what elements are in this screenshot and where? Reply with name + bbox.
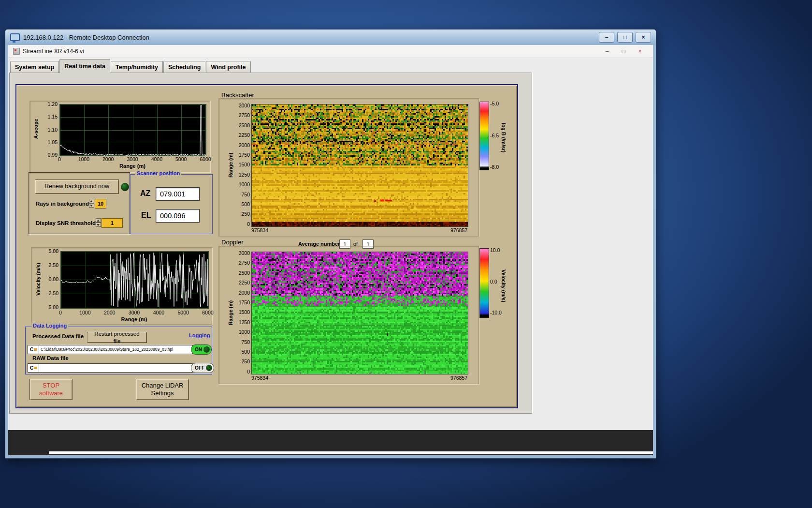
raw-logging-toggle[interactable]: OFF xyxy=(191,363,214,373)
tab-system-setup[interactable]: System setup xyxy=(10,61,59,73)
app-titlebar: StreamLine XR v14-6.vi – □ × xyxy=(8,45,653,58)
processed-drive-selector[interactable]: C xyxy=(28,345,39,354)
raw-data-file-label: RAW Data file xyxy=(32,355,69,361)
rdp-titlebar: 192.168.0.122 - Remote Desktop Connectio… xyxy=(5,30,656,45)
doppler-x-labels: 975834976857 xyxy=(251,375,467,381)
az-label: AZ xyxy=(140,189,150,198)
doppler-y-axis-label: Range (m) xyxy=(228,286,234,339)
tab-temp-humidity[interactable]: Temp/humidity xyxy=(111,61,163,73)
rdp-minimize-button[interactable]: – xyxy=(599,32,614,43)
tab-strip: System setup Real time data Temp/humidit… xyxy=(9,58,533,73)
backscatter-colorbar-label: log B (/m/sr) xyxy=(500,106,507,169)
velocity-graph-group: Velocity (m/s) 5.002.500.00-2.50-5.00 01… xyxy=(31,247,212,325)
backscatter-graph-group: Range (m) 300027502500225020001750150012… xyxy=(218,98,479,237)
el-label: EL xyxy=(141,211,151,220)
raw-drive-selector[interactable]: C xyxy=(28,363,39,373)
scanner-position-group: Scanner position AZ 079.001 EL 000.096 xyxy=(130,174,213,234)
az-value-field: 079.001 xyxy=(156,187,200,201)
processed-logging-toggle[interactable]: ON xyxy=(191,344,212,355)
restart-processed-file-button[interactable]: Restart processed file xyxy=(87,332,147,343)
off-led xyxy=(206,365,212,371)
doppler-title: Doppler xyxy=(221,239,244,246)
ascope-y-axis-label: A-scope xyxy=(33,106,40,152)
app-title: StreamLine XR v14-6.vi xyxy=(23,48,84,55)
doppler-y-ticks: 3000275025002250200017501500125010007505… xyxy=(235,251,250,374)
remote-desktop-icon xyxy=(10,33,20,41)
velocity-x-ticks: 0100020003000400050006000 xyxy=(52,310,216,315)
rdp-window: 192.168.0.122 - Remote Desktop Connectio… xyxy=(5,29,656,459)
raw-path-field[interactable] xyxy=(39,363,193,373)
velocity-plot xyxy=(60,251,209,309)
velocity-y-ticks: 5.002.500.00-2.50-5.00 xyxy=(42,249,58,310)
backscatter-title: Backscatter xyxy=(221,91,254,99)
snr-value-field[interactable]: 1 xyxy=(102,218,123,228)
ascope-x-ticks: 0100020003000400050006000 xyxy=(51,156,214,162)
backscatter-colorbar xyxy=(479,102,489,170)
change-lidar-settings-button[interactable]: Change LiDARSettings xyxy=(136,379,189,400)
rays-in-background-label: Rays in background xyxy=(36,201,89,207)
backscatter-y-axis-label: Range (m) xyxy=(228,138,234,192)
ascope-plot xyxy=(59,104,206,156)
rdp-title: 192.168.0.122 - Remote Desktop Connectio… xyxy=(23,34,149,41)
processed-path-field[interactable]: C:\Lidar\Data\Proc\2023\202308\20230809\… xyxy=(39,345,193,354)
ascope-y-ticks: 1.201.151.101.050.99 xyxy=(41,102,58,158)
data-logging-group: Data Logging Processed Data file Restart… xyxy=(25,327,212,374)
renew-background-led xyxy=(121,183,129,191)
snr-threshold-label: Display SNR threshold xyxy=(36,220,96,226)
scanner-position-title: Scanner position xyxy=(135,170,181,176)
ascope-x-axis-label: Range (m) xyxy=(59,163,205,169)
doppler-colorbar xyxy=(479,248,489,318)
rdp-close-button[interactable]: × xyxy=(636,32,651,43)
on-led xyxy=(203,346,210,353)
remote-screen: StreamLine XR v14-6.vi – □ × System setu… xyxy=(8,45,653,455)
renew-background-button[interactable]: Renew background now xyxy=(35,179,119,194)
ascope-graph-group: A-scope 1.201.151.101.050.99 01000200030… xyxy=(29,101,210,172)
rays-spinner[interactable] xyxy=(89,199,94,208)
el-value-field: 000.096 xyxy=(156,209,200,223)
logging-label: Logging xyxy=(189,332,210,338)
tab-scheduling[interactable]: Scheduling xyxy=(163,61,205,73)
data-logging-title: Data Logging xyxy=(31,323,68,329)
tab-wind-profile[interactable]: Wind profile xyxy=(206,61,250,73)
app-restore-button[interactable]: □ xyxy=(615,48,632,55)
doppler-heatmap xyxy=(251,252,468,374)
doppler-graph-group: Range (m) 300027502500225020001750150012… xyxy=(218,246,479,384)
backscatter-y-ticks: 3000275025002250200017501500125010007505… xyxy=(235,103,250,227)
vi-icon xyxy=(13,48,20,55)
background-controls-group: Renew background now Rays in background … xyxy=(29,172,130,234)
velocity-y-axis-label: Velocity (m/s) xyxy=(35,255,42,303)
tab-page-body: A-scope 1.201.151.101.050.99 01000200030… xyxy=(9,73,532,414)
stop-software-button[interactable]: STOPsoftware xyxy=(29,379,72,400)
tab-real-time-data[interactable]: Real time data xyxy=(59,59,110,73)
backscatter-x-labels: 975834976857 xyxy=(251,227,467,233)
doppler-colorbar-label: Velocity (m/s) xyxy=(500,253,507,319)
desktop-background: 192.168.0.122 - Remote Desktop Connectio… xyxy=(0,0,812,508)
velocity-x-axis-label: Range (m) xyxy=(60,316,208,322)
snr-spinner[interactable] xyxy=(96,218,101,227)
rays-value-field[interactable]: 10 xyxy=(95,199,106,209)
processed-data-file-label: Processed Data file xyxy=(32,333,84,339)
app-close-button[interactable]: × xyxy=(632,48,648,55)
app-minimize-button[interactable]: – xyxy=(599,48,615,55)
backscatter-heatmap xyxy=(251,104,468,227)
lidar-panel: A-scope 1.201.151.101.050.99 01000200030… xyxy=(15,84,518,408)
rdp-maximize-button[interactable]: □ xyxy=(617,32,633,43)
taskbar-edge-strip xyxy=(49,451,653,454)
